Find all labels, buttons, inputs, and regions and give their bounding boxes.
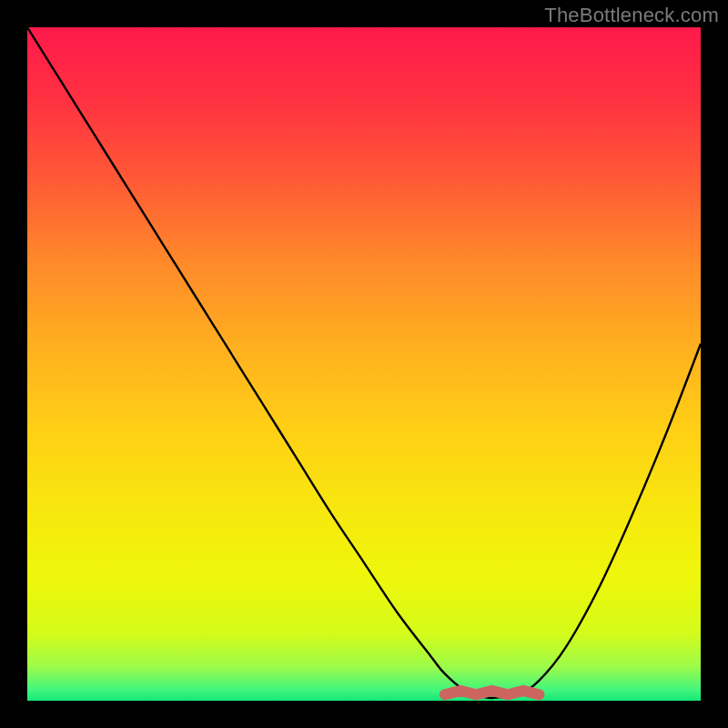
optimal-zone-marker	[445, 691, 540, 694]
bottleneck-chart	[0, 0, 728, 728]
chart-gradient-bg	[27, 27, 701, 701]
attribution-text: TheBottleneck.com	[544, 4, 719, 27]
chart-container: TheBottleneck.com	[0, 0, 728, 728]
